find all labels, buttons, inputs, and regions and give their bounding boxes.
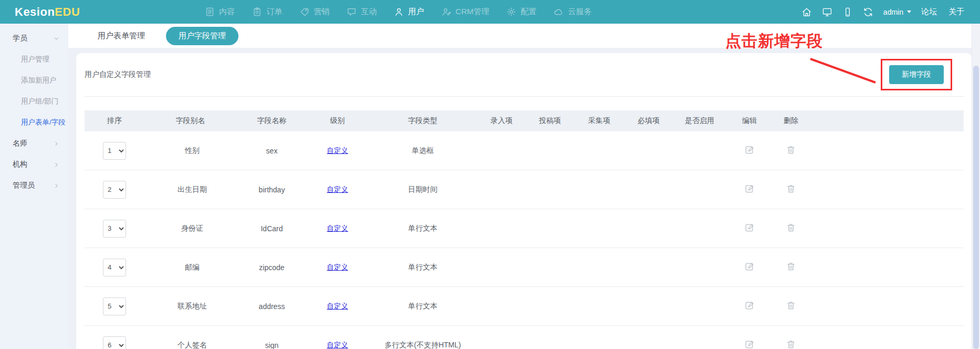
toggle-collection-button[interactable] <box>595 340 604 349</box>
toggle-submission-button[interactable] <box>546 146 555 155</box>
sidebar-group-3[interactable]: 管理员 <box>0 175 68 196</box>
level-link[interactable]: 自定义 <box>327 186 348 193</box>
level-link[interactable]: 自定义 <box>327 341 348 349</box>
level-link[interactable]: 自定义 <box>327 302 348 310</box>
toggle-collection-button[interactable] <box>595 262 604 271</box>
toggle-collection-button[interactable] <box>595 146 604 155</box>
topbar-mobile-button[interactable] <box>842 7 853 17</box>
delete-button[interactable] <box>786 183 796 194</box>
minus-circle-icon <box>644 340 653 349</box>
nav-item-user[interactable]: 用户 <box>394 7 424 17</box>
sidebar-item-0-2[interactable]: 用户组/部门 <box>0 91 68 112</box>
trash-icon <box>786 222 796 233</box>
tab-user-field-management[interactable]: 用户字段管理 <box>166 27 238 45</box>
minus-circle-icon <box>644 301 653 310</box>
toggle-submission-button[interactable] <box>546 301 555 310</box>
toggle-submission-button[interactable] <box>546 223 555 232</box>
edit-button[interactable] <box>744 222 755 233</box>
sidebar-group-1[interactable]: 名师 <box>0 133 68 154</box>
delete-button[interactable] <box>786 339 796 349</box>
check-circle-icon <box>546 340 555 349</box>
toggle-required-button[interactable] <box>644 146 653 155</box>
toggle-collection-button[interactable] <box>595 184 604 193</box>
edit-button[interactable] <box>744 261 755 272</box>
content-area: 用户自定义字段管理 新增字段 排序字段别名字段名称级别字段类型录入项投稿项采集项… <box>68 48 980 349</box>
sidebar-group-0[interactable]: 学员 <box>0 28 68 49</box>
toggle-enabled-button[interactable] <box>695 301 704 310</box>
chevron-right-icon <box>53 140 60 147</box>
delete-button[interactable] <box>786 222 796 233</box>
topbar-link-forum[interactable]: 论坛 <box>921 7 937 17</box>
toggle-enabled-button[interactable] <box>695 184 704 193</box>
nav-item-clipboard[interactable]: 订单 <box>252 7 282 17</box>
level-link[interactable]: 自定义 <box>327 147 348 155</box>
sidebar-item-0-3[interactable]: 用户表单/字段 <box>0 112 68 133</box>
toggle-required-button[interactable] <box>644 184 653 193</box>
topbar-monitor-button[interactable] <box>822 7 832 17</box>
cloud-icon <box>554 7 564 17</box>
minus-circle-icon <box>595 301 604 310</box>
edit-button[interactable] <box>744 145 755 155</box>
order-select[interactable]: 5 <box>103 297 126 315</box>
nav-item-chat[interactable]: 互动 <box>347 7 377 17</box>
column-header: 字段别名 <box>144 110 236 131</box>
order-select[interactable]: 4 <box>103 259 126 276</box>
brand-logo[interactable]: KesionEDU <box>15 5 80 19</box>
page-scrollbar[interactable] <box>972 24 980 349</box>
nav-item-crm-user[interactable]: CRM管理 <box>441 7 489 17</box>
order-select[interactable]: 6 <box>103 336 126 349</box>
toggle-entry-button[interactable] <box>497 262 506 271</box>
order-select[interactable]: 2 <box>103 181 126 199</box>
order-select[interactable]: 3 <box>103 220 126 238</box>
row-spacer-cell <box>809 170 964 209</box>
order-select[interactable]: 1 <box>103 142 126 160</box>
sidebar-item-0-1[interactable]: 添加新用户 <box>0 70 68 91</box>
field-alias-cell: 性别 <box>144 131 236 170</box>
toggle-entry-button[interactable] <box>497 340 506 349</box>
level-link[interactable]: 自定义 <box>327 224 348 232</box>
delete-button[interactable] <box>786 300 796 311</box>
column-header-spacer <box>809 110 964 131</box>
toggle-entry-button[interactable] <box>497 184 506 193</box>
toggle-submission-button[interactable] <box>546 262 555 271</box>
toggle-required-button[interactable] <box>644 301 653 310</box>
nav-item-tag[interactable]: 营销 <box>299 7 329 17</box>
tab-user-form-management[interactable]: 用户表单管理 <box>98 31 145 41</box>
edit-button[interactable] <box>744 300 755 311</box>
topbar-home-button[interactable] <box>801 7 812 17</box>
flag-cell <box>478 170 525 209</box>
topbar-link-about[interactable]: 关于 <box>948 7 964 17</box>
nav-item-cloud[interactable]: 云服务 <box>554 7 591 17</box>
toggle-enabled-button[interactable] <box>695 146 704 155</box>
nav-item-document[interactable]: 内容 <box>205 7 235 17</box>
toggle-entry-button[interactable] <box>497 223 506 232</box>
toggle-collection-button[interactable] <box>595 301 604 310</box>
nav-item-gear[interactable]: 配置 <box>506 7 536 17</box>
edit-button[interactable] <box>744 183 755 194</box>
edit-button[interactable] <box>744 339 755 349</box>
sidebar-item-0-0[interactable]: 用户管理 <box>0 49 68 70</box>
toggle-enabled-button[interactable] <box>695 223 704 232</box>
scrollbar-thumb[interactable] <box>973 66 979 349</box>
toggle-enabled-button[interactable] <box>695 262 704 271</box>
toggle-submission-button[interactable] <box>546 184 555 193</box>
delete-button[interactable] <box>786 261 796 272</box>
flag-cell <box>575 170 624 209</box>
add-field-button[interactable]: 新增字段 <box>889 65 944 84</box>
toggle-required-button[interactable] <box>644 340 653 349</box>
toggle-required-button[interactable] <box>644 262 653 271</box>
admin-dropdown[interactable]: admin <box>883 8 911 16</box>
delete-button[interactable] <box>786 145 796 155</box>
toggle-collection-button[interactable] <box>595 223 604 232</box>
toggle-required-button[interactable] <box>644 223 653 232</box>
toggle-enabled-button[interactable] <box>695 340 704 349</box>
toggle-submission-button[interactable] <box>546 340 555 349</box>
topbar-refresh-button[interactable] <box>863 7 873 17</box>
level-link[interactable]: 自定义 <box>327 263 348 271</box>
edit-icon <box>744 183 755 194</box>
sidebar-group-2[interactable]: 机构 <box>0 154 68 175</box>
toggle-entry-button[interactable] <box>497 301 506 310</box>
check-circle-icon <box>546 184 555 193</box>
brand-logo-secondary: EDU <box>55 5 80 18</box>
toggle-entry-button[interactable] <box>497 146 506 155</box>
